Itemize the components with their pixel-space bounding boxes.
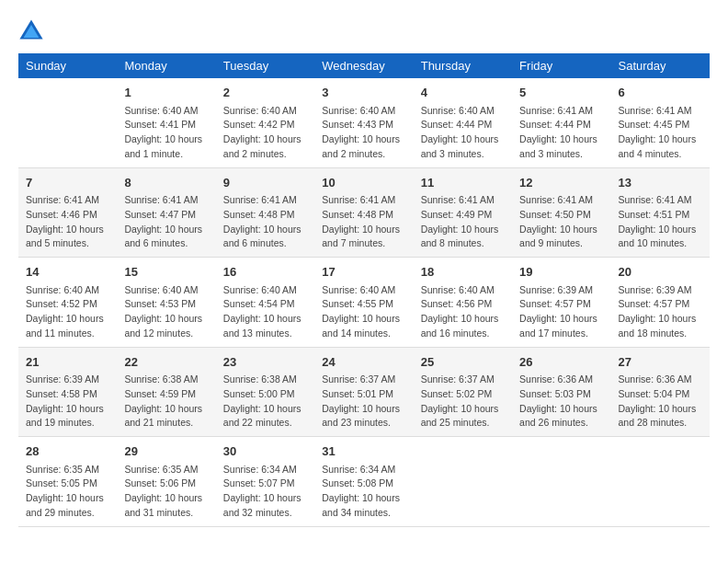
calendar-cell: 14Sunrise: 6:40 AMSunset: 4:52 PMDayligh… <box>18 258 117 348</box>
day-info: Sunrise: 6:41 AMSunset: 4:47 PMDaylight:… <box>124 193 208 251</box>
day-number: 9 <box>223 174 307 192</box>
header-cell-monday: Monday <box>117 53 215 78</box>
day-info: Sunrise: 6:40 AMSunset: 4:52 PMDaylight:… <box>26 283 109 341</box>
header-cell-wednesday: Wednesday <box>314 53 413 78</box>
header-cell-thursday: Thursday <box>414 53 512 78</box>
day-number: 23 <box>223 353 307 372</box>
day-info: Sunrise: 6:34 AMSunset: 5:07 PMDaylight:… <box>223 463 307 521</box>
calendar-cell: 5Sunrise: 6:41 AMSunset: 4:44 PMDaylight… <box>512 78 610 167</box>
day-info: Sunrise: 6:41 AMSunset: 4:49 PMDaylight:… <box>421 193 505 251</box>
calendar-cell: 22Sunrise: 6:38 AMSunset: 4:59 PMDayligh… <box>117 347 215 437</box>
day-number: 16 <box>223 263 307 282</box>
calendar-cell <box>611 437 710 527</box>
header-row: SundayMondayTuesdayWednesdayThursdayFrid… <box>18 53 710 78</box>
calendar-cell: 2Sunrise: 6:40 AMSunset: 4:42 PMDaylight… <box>216 78 314 167</box>
calendar-body: 1Sunrise: 6:40 AMSunset: 4:41 PMDaylight… <box>18 78 710 526</box>
calendar-cell <box>18 78 117 167</box>
logo-icon <box>18 18 44 44</box>
calendar-cell: 25Sunrise: 6:37 AMSunset: 5:02 PMDayligh… <box>414 347 512 437</box>
week-row-2: 14Sunrise: 6:40 AMSunset: 4:52 PMDayligh… <box>18 258 710 348</box>
header-cell-friday: Friday <box>512 53 610 78</box>
day-number: 20 <box>619 263 702 282</box>
calendar-cell: 8Sunrise: 6:41 AMSunset: 4:47 PMDaylight… <box>117 167 215 258</box>
day-info: Sunrise: 6:40 AMSunset: 4:42 PMDaylight:… <box>223 104 307 162</box>
calendar-cell: 24Sunrise: 6:37 AMSunset: 5:01 PMDayligh… <box>314 347 413 437</box>
week-row-3: 21Sunrise: 6:39 AMSunset: 4:58 PMDayligh… <box>18 347 710 437</box>
day-number: 28 <box>26 442 109 461</box>
calendar-cell: 21Sunrise: 6:39 AMSunset: 4:58 PMDayligh… <box>18 347 117 437</box>
day-number: 13 <box>619 174 702 192</box>
calendar-cell: 26Sunrise: 6:36 AMSunset: 5:03 PMDayligh… <box>512 347 610 437</box>
header-cell-saturday: Saturday <box>611 53 710 78</box>
calendar-cell: 10Sunrise: 6:41 AMSunset: 4:48 PMDayligh… <box>314 167 413 258</box>
day-number: 31 <box>322 442 405 461</box>
day-number: 24 <box>322 353 405 372</box>
header-cell-tuesday: Tuesday <box>216 53 314 78</box>
calendar-cell <box>414 437 512 527</box>
day-number: 5 <box>519 84 603 102</box>
day-number: 22 <box>124 353 208 372</box>
day-info: Sunrise: 6:41 AMSunset: 4:51 PMDaylight:… <box>619 193 702 251</box>
calendar-cell: 15Sunrise: 6:40 AMSunset: 4:53 PMDayligh… <box>117 258 215 348</box>
day-number: 27 <box>619 353 702 372</box>
day-info: Sunrise: 6:40 AMSunset: 4:41 PMDaylight:… <box>124 104 208 162</box>
logo <box>18 18 48 44</box>
day-number: 15 <box>124 263 208 282</box>
day-number: 26 <box>519 353 603 372</box>
day-info: Sunrise: 6:41 AMSunset: 4:44 PMDaylight:… <box>519 104 603 162</box>
day-info: Sunrise: 6:35 AMSunset: 5:06 PMDaylight:… <box>124 463 208 521</box>
calendar-cell: 31Sunrise: 6:34 AMSunset: 5:08 PMDayligh… <box>314 437 413 527</box>
calendar-cell: 11Sunrise: 6:41 AMSunset: 4:49 PMDayligh… <box>414 167 512 258</box>
calendar-cell: 18Sunrise: 6:40 AMSunset: 4:56 PMDayligh… <box>414 258 512 348</box>
calendar-cell: 30Sunrise: 6:34 AMSunset: 5:07 PMDayligh… <box>216 437 314 527</box>
calendar-cell: 4Sunrise: 6:40 AMSunset: 4:44 PMDaylight… <box>414 78 512 167</box>
day-number: 6 <box>619 84 702 102</box>
day-info: Sunrise: 6:41 AMSunset: 4:48 PMDaylight:… <box>322 193 405 251</box>
day-info: Sunrise: 6:40 AMSunset: 4:56 PMDaylight:… <box>421 283 505 341</box>
calendar-cell: 19Sunrise: 6:39 AMSunset: 4:57 PMDayligh… <box>512 258 610 348</box>
day-number: 1 <box>124 84 208 102</box>
day-number: 3 <box>322 84 405 102</box>
calendar-table: SundayMondayTuesdayWednesdayThursdayFrid… <box>18 53 710 527</box>
day-info: Sunrise: 6:41 AMSunset: 4:46 PMDaylight:… <box>26 193 109 251</box>
calendar-cell: 27Sunrise: 6:36 AMSunset: 5:04 PMDayligh… <box>611 347 710 437</box>
day-info: Sunrise: 6:40 AMSunset: 4:54 PMDaylight:… <box>223 283 307 341</box>
day-info: Sunrise: 6:34 AMSunset: 5:08 PMDaylight:… <box>322 463 405 521</box>
day-number: 17 <box>322 263 405 282</box>
day-info: Sunrise: 6:41 AMSunset: 4:45 PMDaylight:… <box>619 104 702 162</box>
calendar-cell: 6Sunrise: 6:41 AMSunset: 4:45 PMDaylight… <box>611 78 710 167</box>
day-info: Sunrise: 6:41 AMSunset: 4:50 PMDaylight:… <box>519 193 603 251</box>
day-number: 4 <box>421 84 505 102</box>
day-info: Sunrise: 6:38 AMSunset: 5:00 PMDaylight:… <box>223 373 307 431</box>
day-info: Sunrise: 6:36 AMSunset: 5:03 PMDaylight:… <box>519 373 603 431</box>
page-header <box>18 18 710 44</box>
day-info: Sunrise: 6:37 AMSunset: 5:02 PMDaylight:… <box>421 373 505 431</box>
day-number: 11 <box>421 174 505 192</box>
day-info: Sunrise: 6:40 AMSunset: 4:53 PMDaylight:… <box>124 283 208 341</box>
calendar-header: SundayMondayTuesdayWednesdayThursdayFrid… <box>18 53 710 78</box>
calendar-cell: 28Sunrise: 6:35 AMSunset: 5:05 PMDayligh… <box>18 437 117 527</box>
calendar-cell: 29Sunrise: 6:35 AMSunset: 5:06 PMDayligh… <box>117 437 215 527</box>
calendar-cell: 13Sunrise: 6:41 AMSunset: 4:51 PMDayligh… <box>611 167 710 258</box>
day-number: 12 <box>519 174 603 192</box>
day-info: Sunrise: 6:39 AMSunset: 4:57 PMDaylight:… <box>619 283 702 341</box>
calendar-cell: 3Sunrise: 6:40 AMSunset: 4:43 PMDaylight… <box>314 78 413 167</box>
day-info: Sunrise: 6:38 AMSunset: 4:59 PMDaylight:… <box>124 373 208 431</box>
week-row-1: 7Sunrise: 6:41 AMSunset: 4:46 PMDaylight… <box>18 167 710 258</box>
header-cell-sunday: Sunday <box>18 53 117 78</box>
day-info: Sunrise: 6:41 AMSunset: 4:48 PMDaylight:… <box>223 193 307 251</box>
calendar-cell: 12Sunrise: 6:41 AMSunset: 4:50 PMDayligh… <box>512 167 610 258</box>
calendar-cell: 23Sunrise: 6:38 AMSunset: 5:00 PMDayligh… <box>216 347 314 437</box>
day-number: 2 <box>223 84 307 102</box>
calendar-cell: 1Sunrise: 6:40 AMSunset: 4:41 PMDaylight… <box>117 78 215 167</box>
day-number: 14 <box>26 263 109 282</box>
calendar-cell <box>512 437 610 527</box>
day-number: 30 <box>223 442 307 461</box>
day-number: 10 <box>322 174 405 192</box>
day-info: Sunrise: 6:40 AMSunset: 4:43 PMDaylight:… <box>322 104 405 162</box>
calendar-cell: 16Sunrise: 6:40 AMSunset: 4:54 PMDayligh… <box>216 258 314 348</box>
day-number: 25 <box>421 353 505 372</box>
day-number: 21 <box>26 353 109 372</box>
day-number: 19 <box>519 263 603 282</box>
day-info: Sunrise: 6:35 AMSunset: 5:05 PMDaylight:… <box>26 463 109 521</box>
